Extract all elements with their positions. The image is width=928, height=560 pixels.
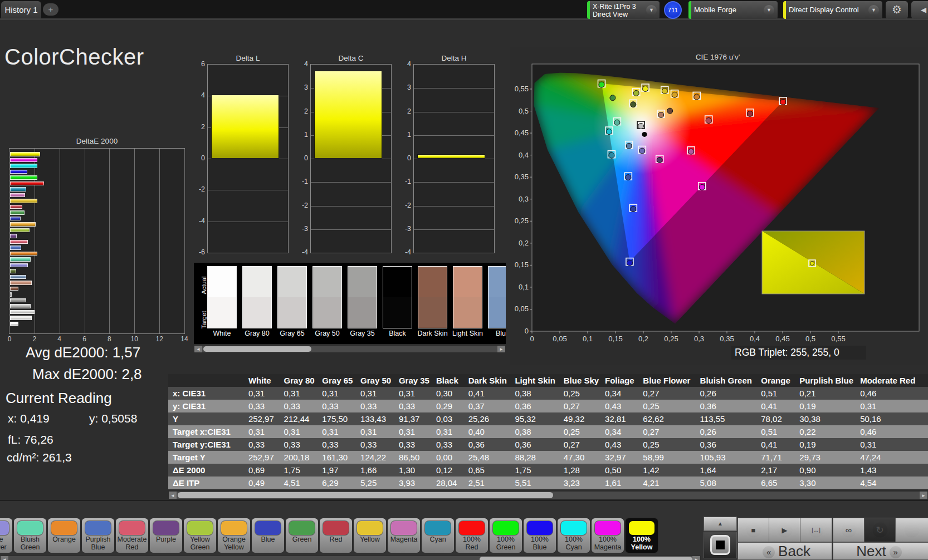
blank-transport-button[interactable] — [896, 518, 928, 542]
cie-tick-label: 0,5 — [805, 335, 815, 343]
patch-button-green[interactable]: Green — [286, 518, 318, 553]
patch-button-100-yellow[interactable]: 100% Yellow — [626, 518, 658, 553]
scroll-thumb[interactable] — [480, 557, 692, 560]
back-button[interactable]: «Back — [738, 543, 832, 559]
patch-button-100-red[interactable]: 100% Red — [456, 518, 488, 553]
scroll-thumb[interactable] — [203, 346, 311, 352]
patch-button-blue-flower[interactable]: Blue Flower — [0, 518, 12, 553]
patch-button-orange-yellow[interactable]: Orange Yellow — [218, 518, 250, 553]
patch-button-100-magenta[interactable]: 100% Magenta — [592, 518, 624, 553]
patch-chip — [221, 521, 247, 535]
cie-actual-dot — [627, 260, 632, 266]
play-icon: ▶ — [777, 523, 792, 538]
patch-scrollbar[interactable]: ◄► — [0, 556, 701, 560]
scroll-right-arrow[interactable]: ► — [497, 346, 505, 352]
patch-button-magenta[interactable]: Magenta — [388, 518, 420, 553]
cie-tick-label: 0,35 — [720, 335, 734, 343]
table-scrollbar[interactable]: ◄► — [168, 491, 928, 499]
scroll-right-arrow[interactable]: ► — [692, 556, 700, 560]
delta-gridline — [208, 190, 288, 190]
de2000-bar — [10, 281, 32, 285]
swatch-label: Light Skin — [450, 330, 485, 337]
pattern-window-button[interactable] — [704, 532, 736, 558]
meter-dropdown[interactable]: X-Rite i1Pro 3 Direct View ▼ — [587, 1, 660, 19]
delta-ytick-label: -4 — [295, 248, 308, 256]
loop-button[interactable]: ∞ — [833, 518, 864, 542]
patch-button-purplish-blue[interactable]: Purplish Blue — [82, 518, 114, 553]
table-cell: 0,27 — [638, 387, 695, 400]
swatch-target — [208, 297, 236, 328]
patch-button-bluish-green[interactable]: Bluish Green — [14, 518, 46, 553]
table-cell: 32,81 — [600, 412, 638, 425]
scroll-thumb[interactable] — [178, 492, 553, 498]
swatch-target — [278, 297, 306, 328]
patch-chip — [459, 521, 485, 535]
patch-button-100-blue[interactable]: 100% Blue — [524, 518, 556, 553]
de2000-bar — [10, 287, 18, 291]
tab-history-1[interactable]: History 1 — [1, 1, 41, 18]
swatch — [207, 266, 237, 328]
table-cell: 0,31 — [356, 425, 394, 438]
de2000-gridline — [159, 149, 160, 333]
patch-button-cyan[interactable]: Cyan — [422, 518, 454, 553]
scroll-left-arrow[interactable]: ◄ — [1, 556, 8, 560]
table-cell: 0,65 — [464, 464, 511, 477]
patch-label: Red — [320, 536, 352, 543]
chevron-down-icon[interactable]: ▼ — [646, 5, 657, 16]
patch-button-red[interactable]: Red — [320, 518, 352, 553]
table-cell: 0,31 — [244, 387, 280, 400]
settings-button[interactable]: ⚙ — [886, 1, 908, 19]
stop-button[interactable]: ■ — [738, 518, 769, 542]
delta-gridline — [414, 159, 494, 159]
table-cell: 113,55 — [696, 412, 757, 425]
patch-button-blue[interactable]: Blue — [252, 518, 284, 553]
collapse-panel-button[interactable]: ◀ — [911, 1, 928, 19]
chevron-down-icon[interactable]: ▼ — [764, 5, 774, 16]
table-cell: 0,51 — [756, 387, 795, 400]
delta-ytick-label: 4 — [295, 60, 308, 68]
next-button[interactable]: Next» — [833, 543, 928, 559]
table-column-header: Gray 50 — [356, 374, 394, 387]
chevron-down-icon[interactable]: ▼ — [868, 5, 879, 16]
patch-label: 100% Cyan — [558, 536, 590, 551]
delta-gridline — [414, 206, 494, 207]
table-cell: 0,33 — [356, 400, 394, 412]
table-cell: 0,03 — [432, 412, 464, 425]
scroll-left-arrow[interactable]: ◄ — [194, 346, 202, 352]
patch-button-yellow[interactable]: Yellow — [354, 518, 386, 553]
scroll-right-arrow[interactable]: ► — [920, 492, 927, 499]
table-cell: 212,44 — [280, 412, 318, 425]
patch-chip — [493, 521, 519, 535]
add-tab-button[interactable]: + — [43, 3, 58, 16]
delta-bar — [417, 154, 485, 159]
delta-ytick-label: 6 — [192, 60, 205, 68]
swatch-scrollbar[interactable]: ◄► — [194, 345, 506, 353]
patch-button-100-green[interactable]: 100% Green — [490, 518, 522, 553]
continuous-button[interactable]: ↻ — [864, 518, 895, 542]
table-cell: 47,30 — [559, 451, 600, 464]
meter-line2: Direct View — [593, 11, 628, 18]
patch-button-purple[interactable]: Purple — [150, 518, 182, 553]
patch-label: Moderate Red — [116, 536, 148, 551]
scroll-left-arrow[interactable]: ◄ — [169, 492, 177, 499]
delta-gridline — [414, 112, 494, 112]
pattern-window-up-button[interactable]: ▲ — [704, 517, 736, 530]
cie-actual-dot — [699, 184, 705, 190]
table-cell: 0,46 — [856, 387, 928, 400]
display-control-dropdown[interactable]: Direct Display Control ▼ — [783, 1, 882, 19]
patch-button-yellow-green[interactable]: Yellow Green — [184, 518, 216, 553]
patch-button-100-cyan[interactable]: 100% Cyan — [558, 518, 590, 553]
table-cell: 1,66 — [356, 464, 394, 477]
patch-button-moderate-red[interactable]: Moderate Red — [116, 518, 148, 553]
de2000-bar — [10, 234, 17, 238]
patch-button-orange[interactable]: Orange — [48, 518, 80, 553]
step-button[interactable]: [↔] — [800, 518, 832, 542]
de2000-bar — [10, 193, 25, 198]
actual-row-label: Actual — [201, 268, 208, 303]
play-button[interactable]: ▶ — [769, 518, 800, 542]
cie-tick-label: 0,5 — [519, 107, 529, 115]
delta-ytick-label: 3 — [398, 83, 411, 91]
table-row: Target y:CIE310,330,330,330,330,330,330,… — [168, 438, 928, 451]
de2000-xtick-label: 6 — [82, 335, 86, 343]
source-dropdown[interactable]: Mobile Forge ▼ — [688, 1, 778, 19]
